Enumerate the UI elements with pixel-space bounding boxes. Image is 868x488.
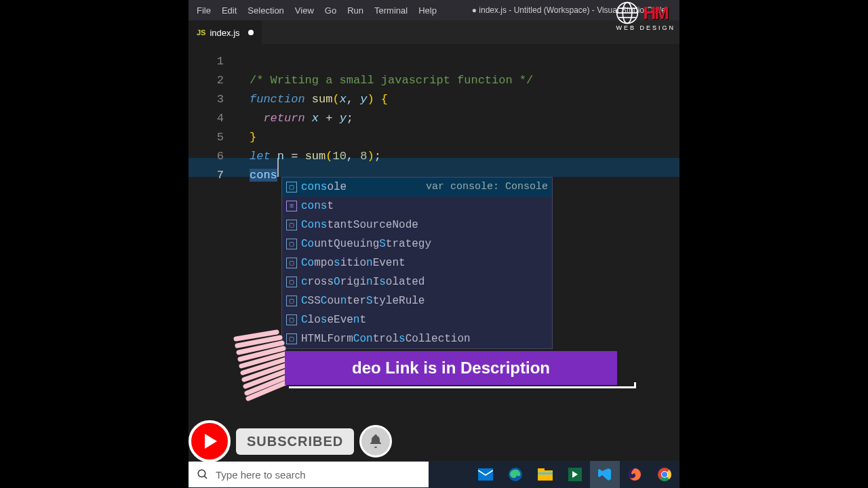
vscode-window: File Edit Selection View Go Run Terminal… (189, 0, 679, 488)
suggestion-item[interactable]: ▢ crossOriginIsolated (282, 272, 552, 291)
subscribed-chip[interactable]: SUBSCRIBED (236, 428, 354, 455)
js-file-icon: JS (197, 28, 205, 37)
windows-taskbar: Type here to search (189, 461, 679, 488)
video-link-banner: deo Link is in Description (285, 351, 617, 385)
variable-icon: ▢ (286, 182, 297, 192)
subscribe-overlay: SUBSCRIBED (189, 420, 392, 462)
code-editor[interactable]: 1 2 3 4 5 6 7 /* Writing a small javascr… (189, 44, 679, 185)
suggestion-detail: var console: Console (426, 178, 548, 197)
taskbar-firefox-icon[interactable] (620, 461, 650, 488)
banner-underline (289, 386, 635, 388)
tab-index-js[interactable]: JS index.js (189, 20, 262, 44)
svg-point-13 (662, 472, 667, 477)
svg-rect-2 (478, 468, 493, 481)
suggestion-item[interactable]: ▢ CompositionEvent (282, 253, 552, 272)
notification-bell-button[interactable] (359, 425, 392, 458)
code-comment: /* Writing a small javascript function *… (250, 74, 533, 87)
line-number: 1 (189, 52, 224, 71)
menu-view[interactable]: View (290, 1, 319, 20)
brand-logo: HM WEB DESIGN (616, 1, 675, 31)
taskbar-chrome-icon[interactable] (650, 461, 679, 488)
svg-line-1 (204, 476, 207, 479)
svg-rect-6 (538, 472, 553, 474)
search-placeholder: Type here to search (216, 469, 306, 481)
menu-go[interactable]: Go (319, 1, 342, 20)
svg-rect-4 (538, 470, 553, 481)
tab-label: index.js (210, 28, 239, 38)
menu-bar: File Edit Selection View Go Run Terminal… (189, 0, 679, 20)
taskbar-search[interactable]: Type here to search (189, 462, 429, 487)
taskbar-edge-icon[interactable] (500, 461, 530, 488)
menu-file[interactable]: File (191, 1, 216, 20)
menu-run[interactable]: Run (342, 1, 369, 20)
brand-tagline: WEB DESIGN (616, 24, 675, 31)
code-content: /* Writing a small javascript function *… (250, 52, 679, 185)
youtube-play-button[interactable] (189, 420, 231, 462)
taskbar-icons (471, 461, 679, 488)
text-cursor (277, 158, 279, 177)
svg-rect-5 (538, 468, 545, 472)
suggestion-item[interactable]: ▢ CountQueuingStrategy (282, 235, 552, 253)
menu-edit[interactable]: Edit (216, 1, 242, 20)
suggestion-item[interactable]: ▢ console var console: Console (282, 178, 552, 197)
line-number: 4 (189, 109, 224, 128)
variable-icon: ▢ (286, 296, 297, 306)
menu-help[interactable]: Help (413, 1, 442, 20)
variable-icon: ▢ (286, 277, 297, 287)
suggestion-item[interactable]: ≡ const (282, 197, 552, 216)
variable-icon: ▢ (286, 314, 297, 325)
variable-icon: ▢ (286, 239, 297, 249)
globe-icon (616, 1, 639, 24)
suggestion-item[interactable]: ▢ CSSCounterStyleRule (282, 291, 552, 310)
unsaved-dot-icon (248, 30, 254, 35)
line-number: 5 (189, 128, 224, 147)
intellisense-popup[interactable]: ▢ console var console: Console ≡ const ▢… (281, 177, 553, 349)
keyword-icon: ≡ (286, 201, 297, 211)
menu-selection[interactable]: Selection (242, 1, 289, 20)
menu-terminal[interactable]: Terminal (369, 1, 413, 20)
taskbar-explorer-icon[interactable] (530, 461, 560, 488)
suggestion-item[interactable]: ▢ ConstantSourceNode (282, 216, 552, 235)
suggestion-item[interactable]: ▢ CloseEvent (282, 310, 552, 329)
bell-icon (368, 433, 384, 449)
line-number: 3 (189, 90, 224, 109)
taskbar-app-icon[interactable] (560, 461, 590, 488)
variable-icon: ▢ (286, 258, 297, 268)
typed-text: cons (250, 169, 277, 182)
line-gutter: 1 2 3 4 5 6 7 (189, 52, 236, 185)
brand-name: HM (643, 3, 667, 24)
line-number: 2 (189, 71, 224, 90)
svg-point-0 (198, 470, 205, 477)
tab-bar: JS index.js (189, 20, 679, 44)
line-number: 6 (189, 147, 224, 166)
line-number: 7 (189, 166, 224, 185)
taskbar-mail-icon[interactable] (471, 461, 500, 488)
search-icon (197, 468, 209, 481)
variable-icon: ▢ (286, 220, 297, 230)
play-icon (205, 434, 217, 449)
suggestion-item[interactable]: ▢ HTMLFormControlsCollection (282, 329, 552, 348)
taskbar-vscode-icon[interactable] (590, 461, 620, 488)
